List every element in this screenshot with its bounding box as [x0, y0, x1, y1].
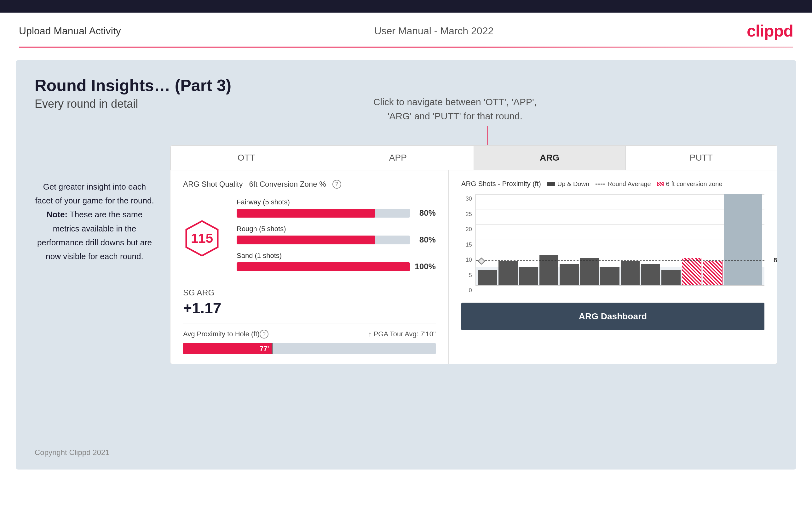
right-panel: ARG Shots - Proximity (ft) Up & Down Rou… [449, 170, 777, 364]
left-description: Get greater insight into each facet of y… [35, 180, 154, 263]
fairway-bar-track: 80% [237, 208, 436, 218]
y-label-30: 30 [461, 195, 474, 202]
rough-bar-track: 80% [237, 235, 436, 245]
rough-pct: 80% [414, 235, 436, 245]
rough-bar-fill [237, 235, 375, 244]
sand-pct: 100% [414, 262, 436, 272]
shot-quality-label: ARG Shot Quality [183, 180, 243, 189]
hexagon-number: 115 [191, 231, 213, 246]
copyright-text: Copyright Clippd 2021 [35, 448, 109, 457]
legend-box-6ft [657, 182, 664, 186]
help-icon[interactable]: ? [333, 180, 341, 189]
legend-6ft: 6 ft conversion zone [657, 180, 722, 188]
sand-bar-bg [237, 262, 410, 271]
fairway-pct: 80% [414, 208, 436, 218]
proximity-bar-fill: 77' [183, 343, 271, 354]
sg-section: SG ARG +1.17 [183, 288, 436, 317]
tab-arg[interactable]: ARG [474, 146, 625, 170]
note-label: Note: [47, 210, 67, 219]
chart-bar-4 [540, 255, 559, 285]
legend-dash-roundavg [596, 184, 605, 184]
sand-bar-fill [237, 262, 410, 271]
tab-putt[interactable]: PUTT [625, 146, 777, 170]
panel-header: ARG Shot Quality 6ft Conversion Zone % ? [183, 180, 436, 189]
legend-up-down: Up & Down [547, 180, 589, 188]
hexagon-badge: 115 [183, 220, 221, 257]
dashboard-card: OTT APP ARG PUTT ARG Shot Quality 6ft Co… [170, 145, 777, 364]
bar-row-rough: Rough (5 shots) 80% [237, 225, 436, 245]
legend-roundavg-label: Round Average [608, 180, 651, 188]
right-panel-header: ARG Shots - Proximity (ft) Up & Down Rou… [461, 180, 764, 188]
dashed-reference-line: 8 [476, 261, 764, 261]
legend-round-avg: Round Average [596, 180, 651, 188]
header-divider [19, 47, 793, 48]
fairway-bar-bg [237, 209, 410, 218]
y-axis: 0 5 10 15 20 25 30 [461, 194, 474, 295]
chart-bar-11-striped [682, 258, 702, 285]
proximity-header: Avg Proximity to Hole (ft) ? ↑ PGA Tour … [183, 330, 436, 339]
sg-label: SG ARG [183, 288, 436, 297]
dashed-line-label: 8 [773, 257, 777, 264]
chart-bar-3 [519, 267, 538, 285]
shot-quality-bars: Fairway (5 shots) 80% Rough (5 shots) [237, 198, 436, 278]
fairway-bar-fill [237, 209, 375, 218]
rough-label: Rough (5 shots) [237, 225, 436, 233]
hexagon-score: 115 Fairway (5 shots) 80% [183, 198, 436, 278]
chart-bar-2 [499, 261, 518, 285]
legend-box-updown [547, 182, 555, 186]
tabs-row: OTT APP ARG PUTT [170, 146, 777, 170]
fairway-label: Fairway (5 shots) [237, 198, 436, 206]
sand-bar-track: 100% [237, 262, 436, 272]
arg-dashboard-button[interactable]: ARG Dashboard [461, 303, 764, 330]
page-title: Round Insights… (Part 3) [35, 76, 777, 95]
chart-bar-1 [478, 270, 498, 285]
proximity-help-icon[interactable]: ? [260, 330, 268, 339]
bars-container [476, 194, 764, 285]
y-label-5: 5 [461, 272, 474, 279]
tab-app[interactable]: APP [322, 146, 473, 170]
upload-manual-label: Upload Manual Activity [19, 25, 121, 37]
proximity-cursor [271, 343, 272, 354]
left-panel: ARG Shot Quality 6ft Conversion Zone % ?… [170, 170, 449, 364]
chart-title: ARG Shots - Proximity (ft) [461, 180, 541, 188]
proximity-bar-track: 77' [183, 343, 436, 354]
bar-row-fairway: Fairway (5 shots) 80% [237, 198, 436, 218]
chart-area: 0 5 10 15 20 25 30 [461, 194, 764, 295]
legend-6ft-label: 6 ft conversion zone [666, 180, 722, 188]
sg-value: +1.17 [183, 299, 436, 317]
header: Upload Manual Activity User Manual - Mar… [0, 13, 812, 47]
chart-bar-6 [580, 258, 599, 285]
clippd-logo: clippd [747, 21, 793, 40]
y-label-20: 20 [461, 226, 474, 233]
proximity-section: Avg Proximity to Hole (ft) ? ↑ PGA Tour … [183, 323, 436, 354]
rough-bar-bg [237, 235, 410, 244]
chart-bar-tall [724, 194, 762, 285]
annotation-text: Click to navigate between 'OTT', 'APP','… [373, 95, 537, 123]
chart-bar-12-striped [703, 261, 722, 285]
conversion-label: 6ft Conversion Zone % [249, 180, 326, 189]
y-label-0: 0 [461, 287, 474, 294]
legend-updown-label: Up & Down [557, 180, 589, 188]
chart-bar-9 [641, 264, 660, 285]
y-label-15: 15 [461, 241, 474, 248]
sand-label: Sand (1 shots) [237, 251, 436, 260]
y-label-10: 10 [461, 257, 474, 263]
pga-avg-label: ↑ PGA Tour Avg: 7'10" [368, 330, 436, 338]
card-body: ARG Shot Quality 6ft Conversion Zone % ?… [170, 170, 777, 364]
chart-inner: 8 [475, 194, 764, 286]
top-bar [0, 0, 812, 13]
chart-bar-5 [560, 264, 579, 285]
chart-bar-8 [621, 261, 640, 285]
y-label-25: 25 [461, 211, 474, 218]
chart-bar-10 [661, 270, 680, 285]
user-manual-date: User Manual - March 2022 [374, 25, 494, 37]
main-content: Round Insights… (Part 3) Every round in … [16, 60, 796, 469]
proximity-label: Avg Proximity to Hole (ft) [183, 330, 260, 338]
chart-bar-7 [600, 267, 619, 285]
tab-ott[interactable]: OTT [170, 146, 322, 170]
bar-row-sand: Sand (1 shots) 100% [237, 251, 436, 272]
